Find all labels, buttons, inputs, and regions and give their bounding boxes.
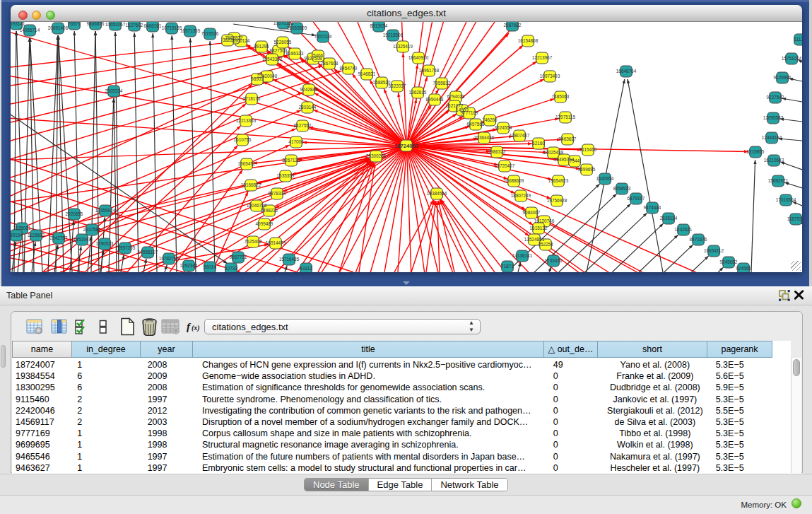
svg-text:9474444: 9474444 bbox=[644, 205, 661, 210]
svg-text:10025438: 10025438 bbox=[543, 150, 564, 155]
svg-text:f: f bbox=[187, 321, 192, 332]
svg-text:2342757: 2342757 bbox=[50, 235, 68, 240]
svg-text:2505334: 2505334 bbox=[105, 88, 123, 93]
svg-text:3498222: 3498222 bbox=[261, 208, 278, 213]
svg-text:2803144: 2803144 bbox=[299, 105, 317, 110]
svg-text:2087682: 2087682 bbox=[504, 23, 522, 28]
svg-text:3624554: 3624554 bbox=[495, 125, 512, 130]
svg-text:8215955: 8215955 bbox=[747, 149, 765, 154]
svg-text:20364436: 20364436 bbox=[474, 135, 495, 140]
svg-text:15716485: 15716485 bbox=[279, 257, 300, 262]
svg-text:2020655: 2020655 bbox=[66, 211, 83, 216]
svg-text:(x): (x) bbox=[192, 324, 200, 332]
svg-text:76571: 76571 bbox=[68, 22, 81, 26]
svg-text:1362615: 1362615 bbox=[409, 90, 427, 95]
svg-text:39154: 39154 bbox=[11, 233, 23, 238]
svg-text:11124: 11124 bbox=[794, 37, 802, 42]
svg-text:6497568: 6497568 bbox=[467, 122, 485, 127]
svg-text:14055714: 14055714 bbox=[20, 28, 40, 33]
svg-text:19756928: 19756928 bbox=[547, 198, 567, 203]
svg-text:16648764: 16648764 bbox=[616, 69, 637, 74]
svg-text:17957255: 17957255 bbox=[115, 245, 136, 250]
svg-text:8186323: 8186323 bbox=[286, 51, 304, 56]
svg-text:43312: 43312 bbox=[300, 266, 312, 271]
svg-text:10807487: 10807487 bbox=[510, 133, 530, 138]
svg-text:17359924: 17359924 bbox=[95, 208, 116, 213]
svg-text:62160: 62160 bbox=[532, 141, 545, 146]
svg-text:8958923: 8958923 bbox=[613, 186, 631, 191]
svg-text:8267130: 8267130 bbox=[283, 158, 300, 163]
svg-text:8454749: 8454749 bbox=[340, 66, 358, 71]
svg-text:4099489: 4099489 bbox=[256, 221, 273, 226]
svg-text:10654112: 10654112 bbox=[704, 248, 724, 253]
svg-text:7357224: 7357224 bbox=[314, 34, 332, 39]
svg-text:18807249: 18807249 bbox=[511, 193, 531, 198]
svg-text:12095582: 12095582 bbox=[763, 115, 784, 120]
svg-text:19654923: 19654923 bbox=[548, 178, 569, 183]
svg-text:417006: 417006 bbox=[288, 139, 304, 144]
svg-text:16914479: 16914479 bbox=[266, 240, 286, 245]
svg-text:1527602: 1527602 bbox=[126, 23, 143, 28]
svg-text:7986322: 7986322 bbox=[488, 149, 506, 154]
svg-text:8878334: 8878334 bbox=[269, 191, 286, 196]
svg-text:98901: 98901 bbox=[251, 76, 264, 81]
svg-text:16053809: 16053809 bbox=[287, 25, 307, 30]
svg-text:9115460: 9115460 bbox=[579, 147, 597, 152]
svg-text:1432621: 1432621 bbox=[675, 227, 693, 232]
svg-text:1451947: 1451947 bbox=[73, 237, 91, 242]
svg-text:1635061: 1635061 bbox=[13, 226, 31, 230]
svg-text:7955812: 7955812 bbox=[433, 81, 451, 86]
svg-text:924565: 924565 bbox=[736, 266, 751, 271]
svg-text:16543362: 16543362 bbox=[262, 57, 283, 62]
svg-text:1167531: 1167531 bbox=[787, 216, 802, 221]
svg-text:7625402: 7625402 bbox=[245, 239, 262, 244]
svg-text:1535359: 1535359 bbox=[277, 173, 295, 178]
svg-text:1965492: 1965492 bbox=[238, 161, 256, 166]
svg-text:9777169: 9777169 bbox=[461, 110, 478, 115]
svg-text:746266: 746266 bbox=[482, 117, 498, 122]
svg-text:12213363: 12213363 bbox=[236, 118, 257, 123]
svg-text:2337586: 2337586 bbox=[83, 227, 101, 232]
svg-text:8990448: 8990448 bbox=[426, 97, 444, 102]
svg-text:19166822: 19166822 bbox=[241, 182, 261, 187]
svg-text:25300205: 25300205 bbox=[366, 153, 387, 158]
svg-text:9245652: 9245652 bbox=[720, 259, 738, 264]
svg-text:12975115: 12975115 bbox=[555, 115, 575, 119]
svg-text:252254: 252254 bbox=[538, 242, 553, 247]
svg-text:9657791: 9657791 bbox=[230, 255, 247, 259]
svg-text:16571355: 16571355 bbox=[180, 28, 201, 33]
svg-text:96014: 96014 bbox=[204, 264, 216, 269]
svg-text:8471676: 8471676 bbox=[690, 237, 707, 242]
svg-text:1115682: 1115682 bbox=[28, 233, 45, 238]
svg-text:18640910: 18640910 bbox=[408, 55, 429, 60]
svg-text:14136141: 14136141 bbox=[512, 253, 533, 258]
svg-text:9866876: 9866876 bbox=[87, 22, 105, 26]
svg-text:71871: 71871 bbox=[501, 264, 514, 269]
svg-text:5466: 5466 bbox=[313, 53, 324, 58]
svg-text:1292344: 1292344 bbox=[180, 263, 198, 268]
svg-text:2867608: 2867608 bbox=[321, 61, 339, 66]
svg-text:9242848: 9242848 bbox=[300, 87, 318, 92]
svg-text:10958107: 10958107 bbox=[138, 250, 158, 255]
svg-text:7944: 7944 bbox=[570, 158, 580, 163]
svg-text:12213967: 12213967 bbox=[532, 55, 553, 60]
svg-text:9227542: 9227542 bbox=[767, 95, 784, 100]
svg-text:2718176: 2718176 bbox=[243, 96, 261, 101]
svg-text:12444194: 12444194 bbox=[762, 135, 782, 140]
svg-text:1615132: 1615132 bbox=[530, 226, 548, 230]
svg-text:10719135: 10719135 bbox=[162, 25, 182, 30]
svg-text:3822: 3822 bbox=[223, 37, 233, 42]
svg-text:9146821: 9146821 bbox=[358, 71, 376, 76]
svg-text:16961758: 16961758 bbox=[419, 68, 440, 73]
svg-text:16046786: 16046786 bbox=[247, 203, 267, 208]
svg-text:5322037: 5322037 bbox=[389, 83, 406, 88]
svg-text:8427552: 8427552 bbox=[294, 123, 312, 128]
svg-text:1290513: 1290513 bbox=[96, 241, 114, 246]
svg-text:8813054: 8813054 bbox=[370, 23, 388, 28]
svg-text:15751074: 15751074 bbox=[782, 56, 802, 61]
svg-text:20691406: 20691406 bbox=[48, 25, 69, 30]
svg-text:2935114: 2935114 bbox=[660, 216, 678, 221]
svg-text:16210643: 16210643 bbox=[764, 158, 784, 163]
svg-text:891295: 891295 bbox=[254, 44, 269, 49]
svg-text:9129966: 9129966 bbox=[774, 75, 792, 80]
